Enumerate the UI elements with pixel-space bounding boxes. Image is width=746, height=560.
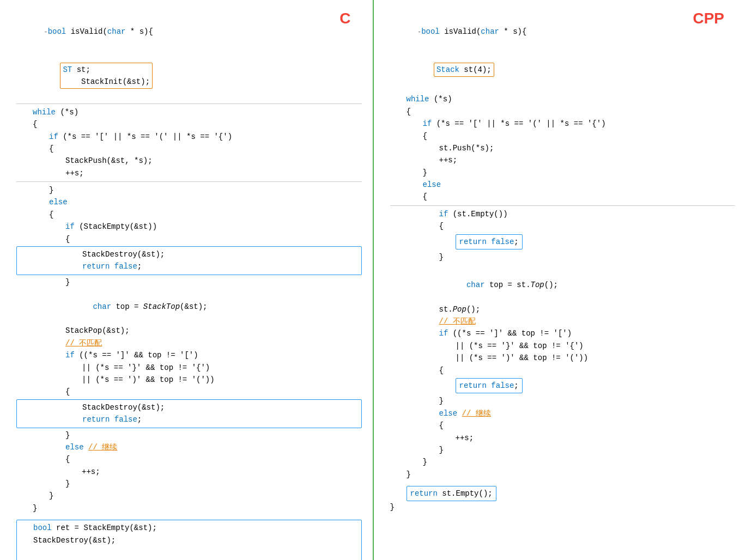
box-ret: bool ret = StackEmpty(&st); StackDestroy… — [16, 520, 362, 560]
r-line-comment-nomatch: // 不匹配 — [390, 315, 736, 327]
line-brace1: { — [16, 118, 362, 130]
r-box-return-empty: return st.Empty(); — [390, 486, 736, 501]
r-line-final-brace: } — [390, 501, 736, 513]
line-brace5: { — [16, 233, 362, 245]
line-else1: else — [16, 196, 362, 208]
line-stackpush: StackPush(&st, *s); — [16, 155, 362, 167]
left-code-block: -bool isValid(char * s){ ST st; StackIni… — [16, 14, 362, 560]
right-code-block: -bool isValid(char * s){ Stack st(4); wh… — [390, 14, 736, 514]
right-panel-label: CPP — [693, 10, 724, 27]
line-comment-nomatch: // 不匹配 — [16, 337, 362, 349]
r-line-pp-s2: ++s; — [390, 432, 736, 444]
r-line-char-top: char top = st.Top(); — [390, 266, 736, 303]
line-pp-s2: ++s; — [16, 466, 362, 478]
line-brace6: } — [16, 276, 362, 288]
r-line-brace9: { — [390, 419, 736, 431]
r-line-stack-st: Stack st(4); — [390, 50, 736, 89]
line-stackpop: StackPop(&st); — [16, 325, 362, 337]
line-brace8: } — [16, 429, 362, 441]
r-line-brace12: } — [390, 468, 736, 480]
r-line-stpush: st.Push(*s); — [390, 142, 736, 154]
r-line-func-sig: -bool isValid(char * s){ — [390, 14, 736, 50]
line-while: while (*s) — [16, 106, 362, 118]
r-line-while: while (*s) — [390, 93, 736, 105]
line-else2: else // 继续 — [16, 441, 362, 453]
line-brace3: } — [16, 184, 362, 196]
line-brace2: { — [16, 143, 362, 155]
r-line-if-nomatch: if ((*s == ']' && top != '[') — [390, 327, 736, 339]
r-line-brace7: { — [390, 364, 736, 376]
r-line-pp-s1: ++s; — [390, 154, 736, 166]
r-line-brace2: { — [390, 130, 736, 142]
left-panel: C -bool isValid(char * s){ ST st; StackI… — [0, 0, 374, 560]
line-brace12: } — [16, 502, 362, 514]
box-st-init: ST st; StackInit(&st); — [60, 63, 153, 89]
box-stackdestroy2: StackDestroy(&st); return false; — [16, 399, 362, 428]
r-line-if1: if (*s == '[' || *s == '(' || *s == '{') — [390, 118, 736, 130]
r-line-brace6: } — [390, 251, 736, 263]
line-pp-s1: ++s; — [16, 167, 362, 179]
r-box-return-false1: return false; — [390, 234, 736, 249]
line-if-nomatch: if ((*s == ']' && top != '[') — [16, 349, 362, 361]
line-brace4: { — [16, 209, 362, 221]
line-if1: if (*s == '[' || *s == '(' || *s == '{') — [16, 131, 362, 143]
r-line-brace11: } — [390, 456, 736, 468]
r-line-brace3: } — [390, 167, 736, 179]
r-line-else2: else // 继续 — [390, 407, 736, 419]
left-panel-label: C — [339, 10, 350, 27]
r-line-if-empty: if (st.Empty()) — [390, 208, 736, 220]
r-line-if-nomatch2: || (*s == '}' && top != '{') — [390, 340, 736, 352]
r-line-if-nomatch3: || (*s == ')' && top != '(')) — [390, 352, 736, 364]
r-line-brace10: } — [390, 444, 736, 456]
r-box-stack-init: Stack st(4); — [434, 63, 494, 77]
line-brace10: } — [16, 478, 362, 490]
line-char-top: char top = StackTop(&st); — [16, 288, 362, 325]
line-if-stackempty: if (StackEmpty(&st)) — [16, 221, 362, 233]
line-st-st: ST st; StackInit(&st); — [16, 50, 362, 101]
r-line-brace4: { — [390, 191, 736, 203]
line-if-nomatch2: || (*s == '}' && top != '{') — [16, 362, 362, 374]
r-line-else1: else — [390, 179, 736, 191]
r-line-brace5: { — [390, 220, 736, 232]
r-line-brace8: } — [390, 395, 736, 407]
line-func-sig: -bool isValid(char * s){ — [16, 14, 362, 50]
line-brace9: { — [16, 453, 362, 465]
line-if-nomatch3: || (*s == ')' && top != '(')) — [16, 374, 362, 386]
r-box-return-false2: return false; — [390, 378, 736, 393]
r-line-brace1: { — [390, 106, 736, 118]
line-brace11: } — [16, 490, 362, 502]
box-stackdestroy1: StackDestroy(&st); return false; — [16, 246, 362, 275]
right-panel: CPP -bool isValid(char * s){ Stack st(4)… — [374, 0, 747, 560]
line-brace7: { — [16, 386, 362, 398]
r-line-stpop: st.Pop(); — [390, 303, 736, 315]
